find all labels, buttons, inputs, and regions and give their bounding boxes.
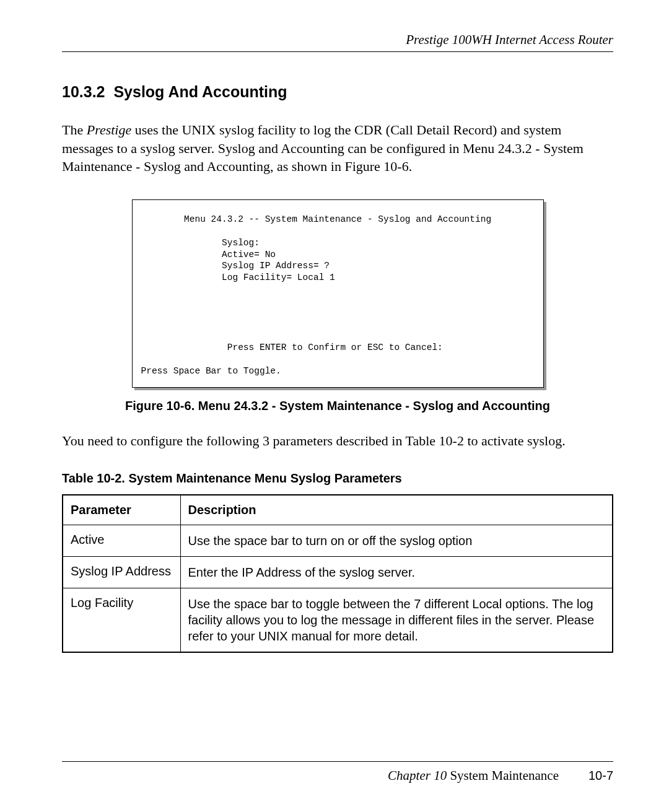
table-header-parameter: Parameter: [63, 495, 180, 525]
params-paragraph: You need to configure the following 3 pa…: [62, 432, 613, 450]
product-name-emphasis: Prestige: [87, 122, 132, 138]
cell-desc: Enter the IP Address of the syslog serve…: [180, 556, 613, 588]
terminal-box: Menu 24.3.2 -- System Maintenance - Sysl…: [132, 199, 544, 388]
table-header-description: Description: [180, 495, 613, 525]
figure-caption: Figure 10-6. Menu 24.3.2 - System Mainte…: [62, 399, 613, 413]
cell-param: Syslog IP Address: [63, 556, 180, 588]
footer-chapter: Chapter 10 System Maintenance: [388, 768, 559, 784]
section-number: 10.3.2: [62, 83, 105, 100]
table-row: Active Use the space bar to turn on or o…: [63, 525, 613, 556]
section-title: Syslog And Accounting: [113, 83, 287, 100]
running-header-region: Prestige 100WH Internet Access Router: [62, 32, 613, 52]
table-caption: Table 10-2. System Maintenance Menu Sysl…: [62, 471, 613, 486]
footer-region: Chapter 10 System Maintenance 10-7: [62, 761, 613, 784]
section-heading: 10.3.2 Syslog And Accounting: [62, 83, 613, 101]
intro-pre: The: [62, 122, 87, 138]
intro-post: uses the UNIX syslog facility to log the…: [62, 122, 584, 174]
footer-chapter-title: System Maintenance: [447, 768, 559, 783]
cell-desc: Use the space bar to turn on or off the …: [180, 525, 613, 556]
cell-param: Log Facility: [63, 588, 180, 652]
running-header: Prestige 100WH Internet Access Router: [62, 32, 613, 48]
syslog-parameters-table: Parameter Description Active Use the spa…: [62, 494, 613, 653]
table-row: Log Facility Use the space bar to toggle…: [63, 588, 613, 652]
terminal-figure: Menu 24.3.2 -- System Maintenance - Sysl…: [132, 199, 544, 388]
footer-page-number: 10-7: [588, 769, 613, 783]
cell-param: Active: [63, 525, 180, 556]
table-header-row: Parameter Description: [63, 495, 613, 525]
cell-desc: Use the space bar to toggle between the …: [180, 588, 613, 652]
table-row: Syslog IP Address Enter the IP Address o…: [63, 556, 613, 588]
intro-paragraph: The Prestige uses the UNIX syslog facili…: [62, 121, 613, 176]
footer-chapter-number: Chapter 10: [388, 768, 447, 783]
